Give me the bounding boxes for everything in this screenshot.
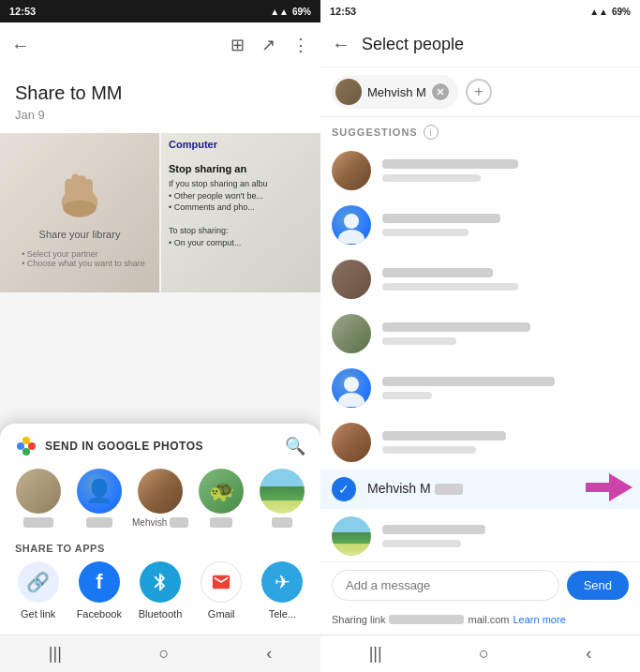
- contact-row-5[interactable]: [320, 361, 640, 415]
- contact-avatar-5: [260, 469, 305, 514]
- back-button[interactable]: ←: [11, 35, 30, 56]
- photo-cell-left: Share your library • Select your partner…: [0, 133, 159, 292]
- contact-row-8[interactable]: [320, 509, 640, 561]
- contact-row-name-1: [382, 159, 518, 169]
- svg-point-11: [338, 230, 365, 244]
- right-nav-home[interactable]: ○: [479, 644, 489, 664]
- right-back-button[interactable]: ←: [332, 34, 350, 55]
- svg-point-9: [17, 442, 24, 450]
- contact-row-name-6: [382, 431, 506, 441]
- svg-marker-14: [586, 473, 633, 501]
- left-status-bar: 12:53 ▲▲ 69%: [0, 0, 320, 22]
- svg-rect-2: [65, 179, 73, 202]
- right-time: 12:53: [330, 6, 356, 17]
- message-bar: Send: [320, 561, 640, 608]
- contact-row-sub-6: [382, 446, 476, 454]
- contacts-row: 👤 Mehvish 🐢: [0, 465, 320, 535]
- send-button[interactable]: Send: [567, 571, 629, 600]
- contact-name-1: [23, 517, 53, 528]
- contact-item-mehvish[interactable]: Mehvish: [129, 469, 190, 528]
- contact-row-1[interactable]: [320, 143, 640, 198]
- contact-row-sub-5: [382, 392, 432, 399]
- share-library-bullets: • Select your partner• Choose what you w…: [14, 249, 145, 268]
- more-icon[interactable]: ⋮: [292, 35, 309, 55]
- message-input[interactable]: [332, 570, 559, 601]
- app-gmail[interactable]: Gmail: [191, 561, 252, 620]
- contact-row-info-5: [382, 377, 629, 399]
- right-top-bar: ← Select people: [320, 22, 640, 67]
- right-status-icons: ▲▲ 69%: [589, 7, 631, 17]
- person-icon: 👤: [85, 478, 113, 504]
- right-nav-recent[interactable]: |||: [369, 644, 382, 664]
- contact-row-sub-8: [382, 540, 461, 547]
- app-get-link-label: Get link: [21, 608, 55, 620]
- right-nav-back[interactable]: ‹: [586, 644, 591, 664]
- selected-chip-mehvish[interactable]: Mehvish M: [332, 75, 458, 109]
- contact-row-sub-3: [382, 283, 518, 291]
- contact-row-info-2: [382, 214, 629, 236]
- contact-row-6[interactable]: [320, 415, 640, 470]
- bluetooth-icon: [140, 561, 181, 603]
- app-facebook[interactable]: f Facebook: [68, 561, 129, 620]
- contact-row-2[interactable]: [320, 198, 640, 252]
- app-gmail-label: Gmail: [208, 608, 235, 620]
- contact-row-info-3: [382, 268, 629, 291]
- left-status-right: ▲▲ 69%: [270, 7, 311, 17]
- add-photo-icon[interactable]: ⊞: [231, 35, 245, 55]
- chip-remove-btn[interactable]: [432, 83, 449, 100]
- sharing-link-bar: Sharing link mail.com Learn more: [320, 608, 640, 635]
- app-bluetooth[interactable]: Bluetooth: [129, 561, 190, 620]
- share-to-apps-label: SHARE TO APPS: [0, 535, 320, 558]
- stop-sharing-heading: Stop sharing an: [169, 163, 313, 174]
- svg-point-5: [64, 201, 97, 217]
- nav-home-btn[interactable]: ○: [159, 644, 170, 664]
- contact-item-4[interactable]: 🐢: [191, 469, 252, 528]
- svg-point-8: [22, 448, 30, 455]
- right-nav-bar: ||| ○ ‹: [320, 635, 640, 672]
- nav-back-btn[interactable]: ‹: [266, 644, 272, 664]
- app-get-link[interactable]: 🔗 Get link: [7, 561, 68, 620]
- contact-row-avatar-6: [332, 423, 371, 462]
- nav-recent-btn[interactable]: |||: [49, 644, 62, 664]
- contact-item-1[interactable]: [7, 469, 68, 528]
- left-nav-bar: ||| ○ ‹: [0, 635, 320, 672]
- battery-left: 69%: [292, 7, 311, 17]
- sharing-link-blurred: [389, 615, 464, 624]
- contact-row-avatar-3: [332, 260, 371, 299]
- suggestions-header: SUGGESTIONS i: [320, 117, 640, 143]
- contact-name-mehvish: Mehvish: [132, 517, 188, 528]
- contact-item-5[interactable]: [252, 469, 313, 528]
- contact-item-2[interactable]: 👤: [68, 469, 129, 528]
- facebook-icon: f: [79, 561, 120, 603]
- gmail-icon: [201, 561, 242, 603]
- contact-row-4[interactable]: [320, 306, 640, 361]
- contact-row-info-4: [382, 322, 629, 345]
- purple-arrow: [586, 473, 633, 505]
- contact-list: ✓ Mehvish M ALL CONTACTS: [320, 143, 640, 561]
- computer-label: Computer: [169, 139, 217, 150]
- left-top-bar: ← ⊞ ↗ ⋮: [0, 22, 320, 67]
- apps-row: 🔗 Get link f Facebook Bluetooth: [0, 558, 320, 635]
- right-title: Select people: [362, 35, 464, 54]
- info-icon[interactable]: i: [424, 125, 439, 140]
- selected-contacts-bar: Mehvish M +: [320, 67, 640, 117]
- contact-row-avatar-1: [332, 151, 371, 190]
- app-telegram[interactable]: ✈ Tele...: [252, 561, 313, 620]
- contact-row-sub-4: [382, 337, 456, 345]
- learn-more-link[interactable]: Learn more: [513, 614, 566, 625]
- right-status-bar: 12:53 ▲▲ 69%: [320, 0, 640, 22]
- contact-row-3[interactable]: [320, 252, 640, 306]
- checkmark-circle: ✓: [332, 477, 356, 501]
- contact-row-sub-1: [382, 174, 481, 182]
- send-in-photos-row: SEND IN GOOGLE PHOTOS 🔍: [0, 424, 320, 465]
- svg-point-6: [22, 437, 30, 444]
- stop-sharing-desc: If you stop sharing an albu • Other peop…: [169, 178, 313, 249]
- add-contact-button[interactable]: +: [466, 79, 492, 105]
- top-bar-icons: ⊞ ↗ ⋮: [231, 35, 309, 55]
- mail-domain: mail.com: [468, 614, 509, 625]
- svg-point-10: [344, 214, 359, 229]
- contact-row-mehvish[interactable]: ✓ Mehvish M: [320, 470, 640, 509]
- chip-avatar: [335, 79, 362, 105]
- share-icon[interactable]: ↗: [261, 35, 275, 55]
- search-icon[interactable]: 🔍: [285, 436, 305, 456]
